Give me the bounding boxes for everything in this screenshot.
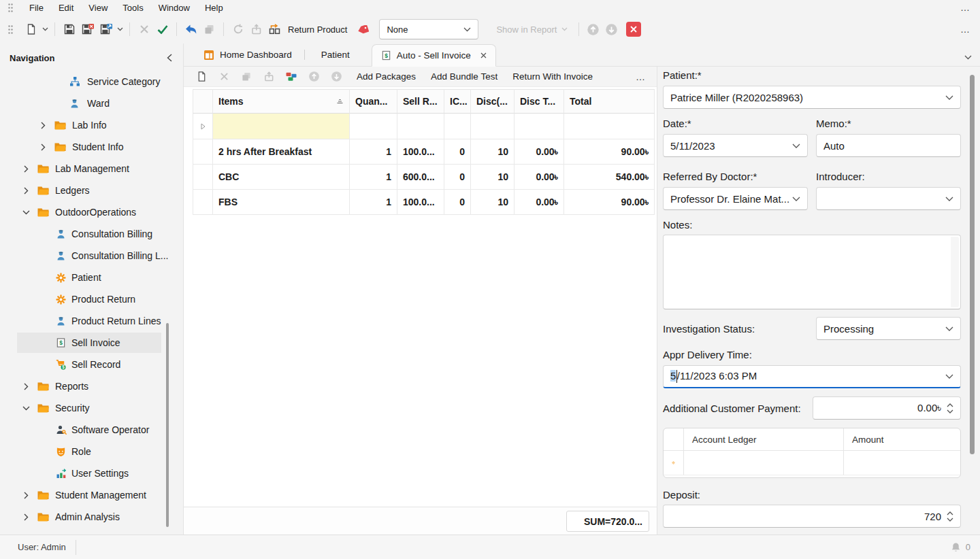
items-cell[interactable]: 2 hrs After Breakfast	[213, 139, 350, 165]
chevron-right-icon[interactable]	[38, 143, 48, 151]
notes-textarea[interactable]	[663, 235, 961, 309]
notifications-bell-icon[interactable]	[951, 542, 961, 553]
new-row-cell[interactable]	[350, 114, 397, 139]
tab-patient[interactable]: Patient	[306, 44, 365, 66]
spin-down-icon[interactable]	[947, 409, 953, 413]
sell-rate-cell[interactable]: 100.0...	[397, 190, 444, 215]
sidebar-item-lab-info[interactable]: Lab Info	[0, 114, 183, 136]
sidebar-item-product-return[interactable]: Product Return	[0, 288, 183, 310]
return-product-label[interactable]: Return Product	[288, 24, 347, 35]
sidebar-item-product-return-lines[interactable]: Product Return Lines	[0, 310, 183, 332]
tab-list-chevron[interactable]	[964, 55, 972, 60]
save-dropdown-chevron[interactable]	[115, 20, 125, 39]
sidebar-item-ward[interactable]: Ward	[0, 92, 183, 114]
chevron-right-icon[interactable]	[21, 513, 31, 521]
account-ledger-cell[interactable]	[684, 451, 844, 475]
menu-overflow-button[interactable]: …	[960, 2, 970, 13]
card-view-icon[interactable]	[282, 69, 301, 85]
table-row[interactable]: 2 hrs After Breakfast 1 100.0... 0 10 0.…	[193, 139, 655, 165]
move-up-button[interactable]	[584, 20, 602, 39]
new-line-button[interactable]	[192, 69, 211, 85]
new-document-button[interactable]	[22, 20, 40, 39]
new-row-cell[interactable]	[444, 114, 471, 139]
toolbar-overflow-button[interactable]: …	[960, 24, 970, 35]
chevron-right-icon[interactable]	[38, 122, 48, 129]
save-button[interactable]	[60, 20, 78, 39]
chevron-right-icon[interactable]	[21, 492, 31, 499]
grid-toolbar-overflow-button[interactable]: …	[636, 71, 646, 82]
appr-delivery-time-field[interactable]: 5/11/2023 6:03 PM	[663, 365, 961, 388]
sidebar-item-role[interactable]: Role	[0, 441, 183, 462]
quantity-cell[interactable]: 1	[350, 139, 397, 165]
collapse-panel-icon[interactable]	[167, 54, 172, 62]
sidebar-item-consultation-billing[interactable]: Consultation Billing	[0, 223, 183, 245]
items-cell[interactable]: FBS	[213, 190, 350, 215]
menu-view[interactable]: View	[81, 1, 115, 14]
tag-icon[interactable]	[354, 20, 372, 39]
menu-help[interactable]: Help	[197, 1, 231, 14]
table-row[interactable]: CBC 1 600.0... 0 10 0.00৳ 540.00৳	[193, 165, 655, 190]
new-row-cell[interactable]	[564, 114, 655, 139]
quantity-cell[interactable]: 1	[350, 190, 397, 215]
sell-rate-cell[interactable]: 600.0...	[397, 165, 444, 190]
spin-up-icon[interactable]	[947, 403, 953, 407]
refresh-button[interactable]	[229, 20, 247, 39]
items-cell[interactable]: CBC	[213, 165, 350, 190]
deposit-spinner[interactable]: 720	[663, 505, 961, 528]
sidebar-item-security[interactable]: Security	[0, 397, 183, 419]
grid-new-row[interactable]	[193, 114, 655, 139]
new-row-items-cell[interactable]	[213, 114, 350, 139]
disc-percent-cell[interactable]: 10	[471, 165, 514, 190]
sidebar-item-reports[interactable]: Reports	[0, 375, 183, 397]
tab-close-icon[interactable]	[480, 52, 487, 58]
chevron-right-icon[interactable]	[21, 383, 31, 390]
sidebar-item-student-info[interactable]: Student Info	[0, 136, 183, 158]
disc-percent-cell[interactable]: 10	[471, 139, 514, 165]
sidebar-item-patient[interactable]: Patient	[0, 267, 183, 288]
disc-total-cell[interactable]: 0.00৳	[514, 139, 564, 165]
cancel-edit-icon[interactable]	[135, 20, 153, 39]
sell-rate-cell[interactable]: 100.0...	[397, 139, 444, 165]
sidebar-item-admin-analysis[interactable]: Admin Analysis	[0, 506, 183, 528]
referred-by-doctor-dropdown[interactable]: Professor Dr. Elaine Mat...	[663, 187, 808, 210]
total-cell[interactable]: 540.00৳	[564, 165, 655, 190]
save-and-new-button[interactable]	[97, 20, 115, 39]
ledger-new-row[interactable]	[664, 451, 960, 475]
sidebar-item-ledgers[interactable]: Ledgers	[0, 180, 183, 201]
quantity-cell[interactable]: 1	[350, 165, 397, 190]
return-with-invoice-button[interactable]: Return With Invoice	[505, 71, 600, 82]
sidebar-scrollbar[interactable]	[166, 323, 169, 527]
spin-up-icon[interactable]	[947, 511, 953, 515]
sidebar-item-software-operator[interactable]: Software Operator	[0, 419, 183, 441]
additional-customer-payment-spinner[interactable]: 0.00৳	[813, 396, 961, 420]
tab-home-dashboard[interactable]: Home Dashboard	[193, 44, 303, 66]
new-row-cell[interactable]	[514, 114, 564, 139]
sidebar-item-sell-invoice[interactable]: $ Sell Invoice	[0, 332, 183, 354]
column-header-quantity[interactable]: Quan...	[350, 89, 397, 114]
copy-button[interactable]	[200, 20, 218, 39]
amount-cell[interactable]	[844, 451, 960, 475]
sidebar-item-service-category[interactable]: Service Category	[0, 71, 183, 92]
column-header-account-ledger[interactable]: Account Ledger	[684, 428, 844, 451]
chevron-down-icon[interactable]	[21, 210, 31, 215]
chevron-right-icon[interactable]	[21, 165, 31, 173]
export-button[interactable]	[247, 20, 265, 39]
drag-grip-icon[interactable]	[7, 3, 14, 12]
form-panel-scrollbar[interactable]	[970, 75, 975, 454]
disc-total-cell[interactable]: 0.00৳	[514, 190, 564, 215]
chevron-right-icon[interactable]	[21, 187, 31, 194]
move-down-button[interactable]	[602, 20, 621, 39]
introducer-dropdown[interactable]	[816, 187, 961, 210]
sidebar-item-consultation-billing-lines[interactable]: Consultation Billing L...	[0, 245, 183, 267]
new-row-cell[interactable]	[471, 114, 514, 139]
ic-cell[interactable]: 0	[444, 139, 471, 165]
chevron-down-icon[interactable]	[21, 406, 31, 411]
total-cell[interactable]: 90.00৳	[564, 190, 655, 215]
total-cell[interactable]: 90.00৳	[564, 139, 655, 165]
add-bundle-test-button[interactable]: Add Bundle Test	[423, 71, 505, 82]
menu-file[interactable]: File	[22, 1, 51, 14]
row-up-button[interactable]	[304, 69, 323, 85]
disc-percent-cell[interactable]: 10	[471, 190, 514, 215]
patient-dropdown[interactable]: Patrice Miller (R2020258963)	[663, 86, 961, 109]
column-header-ic[interactable]: IC...	[444, 89, 471, 114]
